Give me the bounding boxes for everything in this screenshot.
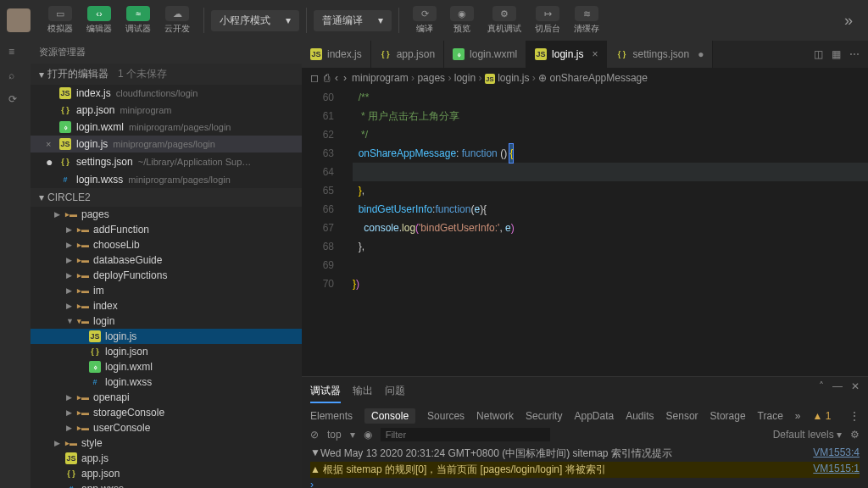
editor-tabs: JSindex.js{ }app.json⬨login.wxmlJSlogin.…	[302, 41, 868, 68]
tab-close-icon[interactable]: ●	[698, 48, 704, 60]
toolbar-编辑器[interactable]: ‹›编辑器	[80, 3, 119, 38]
open-file-row[interactable]: ⬨login.wxmlminiprogram/pages/login	[31, 119, 302, 136]
breadcrumb-seg[interactable]: JS login.js	[485, 72, 530, 84]
tree-item[interactable]: ▶▸▬openapi	[31, 390, 302, 405]
breadcrumb[interactable]: ◻ ⎙ ‹ › miniprogram › pages › login › JS…	[302, 68, 868, 88]
clear-icon[interactable]: ⊘	[310, 429, 319, 441]
folder-icon: ▸▬	[77, 239, 89, 251]
split-icon[interactable]: ◫	[814, 48, 823, 60]
top-context[interactable]: top	[327, 429, 342, 441]
tree-item[interactable]: JSlogin.js	[31, 329, 302, 344]
settings-icon[interactable]: ⚙	[850, 429, 860, 441]
refresh-icon[interactable]: ⟳	[8, 93, 22, 107]
breadcrumb-seg[interactable]: ⊕ onShareAppMessage	[538, 72, 648, 84]
tree-item[interactable]: ▶▸▬index	[31, 298, 302, 313]
breadcrumb-seg[interactable]: pages	[417, 72, 445, 84]
console-log[interactable]: ▼ Wed May 13 2020 20:31:24 GMT+0800 (中国标…	[302, 444, 868, 488]
avatar[interactable]	[7, 8, 31, 32]
tree-item[interactable]: ▶▸▬chooseLib	[31, 237, 302, 252]
menu-icon[interactable]: ≡	[8, 46, 22, 59]
devtools-tab-Security[interactable]: Security	[526, 410, 562, 422]
filter-input[interactable]	[381, 428, 550, 441]
devtools-tab-Sensor[interactable]: Sensor	[666, 410, 698, 422]
breadcrumb-seg[interactable]: login	[454, 72, 476, 84]
chevron-up-icon[interactable]: ˄	[819, 380, 824, 403]
tree-item[interactable]: JSapp.js	[31, 451, 302, 466]
layout-icon[interactable]: ▦	[832, 48, 841, 60]
tree-item[interactable]: ▶▸▬userConsole	[31, 420, 302, 435]
action-编译[interactable]: ⟳编译	[406, 3, 443, 38]
action-清缓存[interactable]: ≋清缓存	[567, 3, 606, 38]
editor-tab[interactable]: ⬨login.wxml	[444, 41, 526, 68]
open-file-row[interactable]: ×JSlogin.jsminiprogram/pages/login	[31, 136, 302, 152]
devtools-tab-Elements[interactable]: Elements	[310, 410, 353, 422]
devtools-tab-Sources[interactable]: Sources	[427, 410, 465, 422]
mode-dropdown[interactable]: 小程序模式▾	[211, 10, 299, 31]
toolbar-模拟器[interactable]: ▭模拟器	[41, 3, 80, 38]
more-icon[interactable]: »	[836, 12, 861, 30]
compile-dropdown[interactable]: 普通编译▾	[314, 10, 392, 31]
log-source-link[interactable]: VM1515:1	[813, 463, 860, 477]
open-file-row[interactable]: { }app.jsonminiprogram	[31, 102, 302, 119]
tree-item[interactable]: ▼▾▬login	[31, 313, 302, 329]
tree-item[interactable]: ▶▸▬pages	[31, 207, 302, 222]
tree-item[interactable]: ▶▸▬style	[31, 435, 302, 451]
folder-icon: ▸▬	[65, 208, 77, 220]
search-icon[interactable]: ⌕	[8, 69, 22, 83]
toolbar-调试器[interactable]: ≈调试器	[119, 3, 158, 38]
devtools-tab-AppData[interactable]: AppData	[574, 410, 614, 422]
devtab-output[interactable]: 输出	[353, 380, 373, 403]
editor-tab[interactable]: { }settings.json●	[607, 41, 713, 68]
code-editor[interactable]: 6061626364656667686970 /** * 用户点击右上角分享 *…	[302, 88, 868, 376]
tab-close-icon[interactable]: ×	[592, 48, 598, 60]
tree-item[interactable]: ▶▸▬storageConsole	[31, 405, 302, 420]
more-icon[interactable]: ⋯	[849, 48, 860, 60]
nav-fwd-icon[interactable]: ›	[343, 72, 347, 84]
devtab-debugger[interactable]: 调试器	[310, 380, 341, 403]
divider	[203, 8, 204, 33]
toolbar-云开发[interactable]: ☁云开发	[158, 3, 197, 38]
tree-item[interactable]: ▶▸▬databaseGuide	[31, 252, 302, 268]
tree-item[interactable]: #app.wxss	[31, 481, 302, 488]
more-icon[interactable]: »	[795, 410, 801, 422]
open-file-row[interactable]: ●{ }settings.json~/Library/Application S…	[31, 152, 302, 171]
editor-tab[interactable]: JSindex.js	[302, 41, 371, 68]
bookmark-icon[interactable]: ◻	[310, 72, 319, 84]
devtools-tab-Network[interactable]: Network	[476, 410, 514, 422]
tree-item[interactable]: { }app.json	[31, 466, 302, 481]
tree-item[interactable]: ▶▸▬deployFunctions	[31, 268, 302, 283]
editor-tab[interactable]: JSlogin.js×	[526, 41, 607, 68]
open-file-row[interactable]: #login.wxssminiprogram/pages/login	[31, 171, 302, 188]
devtab-problems[interactable]: 问题	[385, 380, 405, 403]
tree-item[interactable]: ▶▸▬addFunction	[31, 222, 302, 237]
folder-icon: ▸▬	[77, 254, 89, 266]
project-header[interactable]: ▾CIRCLE2	[31, 188, 302, 207]
levels-dropdown[interactable]: Default levels ▾	[773, 429, 842, 441]
editor-tab[interactable]: { }app.json	[371, 41, 444, 68]
folder-icon: ▸▬	[77, 407, 89, 419]
devtools-tab-Storage[interactable]: Storage	[710, 410, 746, 422]
devtools-tab-Console[interactable]: Console	[364, 408, 415, 424]
tree-item[interactable]: { }login.json	[31, 344, 302, 359]
nav-back-icon[interactable]: ‹	[335, 72, 338, 84]
dots-icon[interactable]: ⋮	[849, 410, 860, 422]
minimize-icon[interactable]: —	[832, 380, 843, 403]
warning-badge[interactable]: ▲ 1	[813, 410, 832, 422]
save-icon[interactable]: ⎙	[324, 72, 330, 84]
close-icon[interactable]: ✕	[851, 380, 860, 403]
action-预览[interactable]: ◉预览	[443, 3, 481, 38]
open-editors-header[interactable]: ▾打开的编辑器 1 个未保存	[31, 64, 302, 85]
devtools-tab-Audits[interactable]: Audits	[626, 410, 654, 422]
open-file-row[interactable]: JSindex.jscloudfunctions/login	[31, 85, 302, 102]
log-source-link[interactable]: VM1553:4	[813, 446, 860, 461]
breadcrumb-seg[interactable]: miniprogram	[352, 72, 409, 84]
action-真机调试[interactable]: ⚙真机调试	[481, 3, 528, 38]
folder-icon: ▸▬	[77, 269, 89, 281]
tree-item[interactable]: ▶▸▬im	[31, 283, 302, 298]
devtools-tab-Trace[interactable]: Trace	[758, 410, 783, 422]
tree-item[interactable]: ⬨login.wxml	[31, 359, 302, 374]
eye-icon[interactable]: ◉	[364, 429, 372, 441]
tree-item[interactable]: #login.wxss	[31, 374, 302, 390]
action-切后台[interactable]: ↦切后台	[528, 3, 567, 38]
wxml-file-icon: ⬨	[59, 121, 71, 133]
